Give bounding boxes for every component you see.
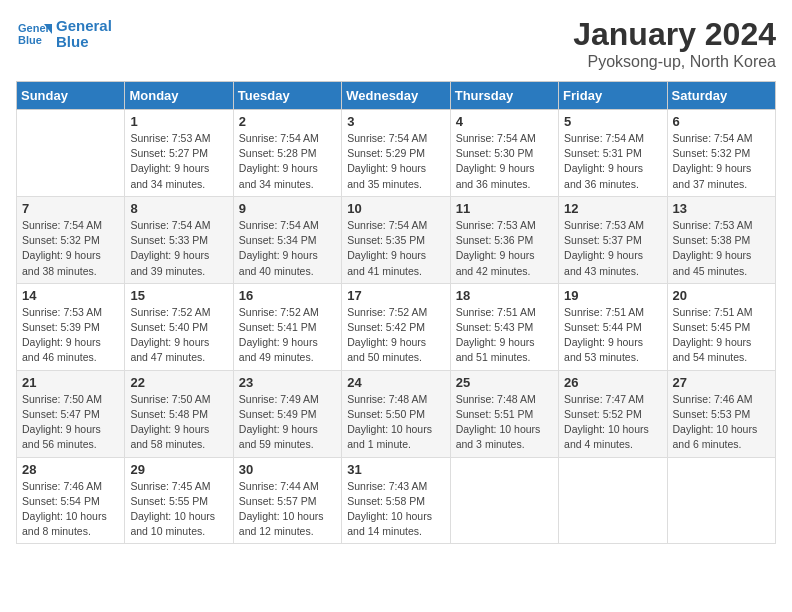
- calendar-cell: 15Sunrise: 7:52 AMSunset: 5:40 PMDayligh…: [125, 283, 233, 370]
- day-number: 4: [456, 114, 553, 129]
- calendar-cell: 24Sunrise: 7:48 AMSunset: 5:50 PMDayligh…: [342, 370, 450, 457]
- day-number: 11: [456, 201, 553, 216]
- day-number: 28: [22, 462, 119, 477]
- day-number: 6: [673, 114, 770, 129]
- day-info: Sunrise: 7:54 AMSunset: 5:29 PMDaylight:…: [347, 131, 444, 192]
- day-info: Sunrise: 7:54 AMSunset: 5:34 PMDaylight:…: [239, 218, 336, 279]
- location-subtitle: Pyoksong-up, North Korea: [573, 53, 776, 71]
- calendar-cell: 23Sunrise: 7:49 AMSunset: 5:49 PMDayligh…: [233, 370, 341, 457]
- day-info: Sunrise: 7:44 AMSunset: 5:57 PMDaylight:…: [239, 479, 336, 540]
- day-number: 9: [239, 201, 336, 216]
- logo-text: GeneralBlue: [56, 18, 112, 51]
- calendar-cell: 22Sunrise: 7:50 AMSunset: 5:48 PMDayligh…: [125, 370, 233, 457]
- calendar-cell: 16Sunrise: 7:52 AMSunset: 5:41 PMDayligh…: [233, 283, 341, 370]
- day-info: Sunrise: 7:47 AMSunset: 5:52 PMDaylight:…: [564, 392, 661, 453]
- day-info: Sunrise: 7:53 AMSunset: 5:38 PMDaylight:…: [673, 218, 770, 279]
- day-info: Sunrise: 7:54 AMSunset: 5:31 PMDaylight:…: [564, 131, 661, 192]
- calendar-cell: 3Sunrise: 7:54 AMSunset: 5:29 PMDaylight…: [342, 110, 450, 197]
- day-of-week-header: Wednesday: [342, 82, 450, 110]
- calendar-week-row: 28Sunrise: 7:46 AMSunset: 5:54 PMDayligh…: [17, 457, 776, 544]
- calendar-cell: 14Sunrise: 7:53 AMSunset: 5:39 PMDayligh…: [17, 283, 125, 370]
- title-block: January 2024 Pyoksong-up, North Korea: [573, 16, 776, 71]
- day-info: Sunrise: 7:54 AMSunset: 5:35 PMDaylight:…: [347, 218, 444, 279]
- calendar-cell: 7Sunrise: 7:54 AMSunset: 5:32 PMDaylight…: [17, 196, 125, 283]
- day-number: 25: [456, 375, 553, 390]
- day-info: Sunrise: 7:53 AMSunset: 5:36 PMDaylight:…: [456, 218, 553, 279]
- calendar-cell: 25Sunrise: 7:48 AMSunset: 5:51 PMDayligh…: [450, 370, 558, 457]
- day-info: Sunrise: 7:46 AMSunset: 5:53 PMDaylight:…: [673, 392, 770, 453]
- day-info: Sunrise: 7:48 AMSunset: 5:50 PMDaylight:…: [347, 392, 444, 453]
- calendar-table: SundayMondayTuesdayWednesdayThursdayFrid…: [16, 81, 776, 544]
- day-number: 27: [673, 375, 770, 390]
- day-of-week-header: Friday: [559, 82, 667, 110]
- calendar-cell: 27Sunrise: 7:46 AMSunset: 5:53 PMDayligh…: [667, 370, 775, 457]
- calendar-cell: 13Sunrise: 7:53 AMSunset: 5:38 PMDayligh…: [667, 196, 775, 283]
- day-number: 31: [347, 462, 444, 477]
- day-info: Sunrise: 7:53 AMSunset: 5:37 PMDaylight:…: [564, 218, 661, 279]
- calendar-cell: 11Sunrise: 7:53 AMSunset: 5:36 PMDayligh…: [450, 196, 558, 283]
- day-of-week-header: Monday: [125, 82, 233, 110]
- day-of-week-header: Saturday: [667, 82, 775, 110]
- day-info: Sunrise: 7:51 AMSunset: 5:45 PMDaylight:…: [673, 305, 770, 366]
- day-info: Sunrise: 7:45 AMSunset: 5:55 PMDaylight:…: [130, 479, 227, 540]
- day-info: Sunrise: 7:52 AMSunset: 5:41 PMDaylight:…: [239, 305, 336, 366]
- day-number: 20: [673, 288, 770, 303]
- day-number: 8: [130, 201, 227, 216]
- calendar-cell: [667, 457, 775, 544]
- calendar-cell: 9Sunrise: 7:54 AMSunset: 5:34 PMDaylight…: [233, 196, 341, 283]
- calendar-cell: 17Sunrise: 7:52 AMSunset: 5:42 PMDayligh…: [342, 283, 450, 370]
- day-info: Sunrise: 7:54 AMSunset: 5:33 PMDaylight:…: [130, 218, 227, 279]
- day-info: Sunrise: 7:54 AMSunset: 5:30 PMDaylight:…: [456, 131, 553, 192]
- day-of-week-header: Sunday: [17, 82, 125, 110]
- day-info: Sunrise: 7:50 AMSunset: 5:47 PMDaylight:…: [22, 392, 119, 453]
- day-number: 21: [22, 375, 119, 390]
- calendar-cell: 10Sunrise: 7:54 AMSunset: 5:35 PMDayligh…: [342, 196, 450, 283]
- calendar-cell: 28Sunrise: 7:46 AMSunset: 5:54 PMDayligh…: [17, 457, 125, 544]
- svg-text:Blue: Blue: [18, 34, 42, 46]
- day-of-week-header: Tuesday: [233, 82, 341, 110]
- month-title: January 2024: [573, 16, 776, 53]
- calendar-cell: 19Sunrise: 7:51 AMSunset: 5:44 PMDayligh…: [559, 283, 667, 370]
- day-info: Sunrise: 7:54 AMSunset: 5:32 PMDaylight:…: [22, 218, 119, 279]
- calendar-cell: 12Sunrise: 7:53 AMSunset: 5:37 PMDayligh…: [559, 196, 667, 283]
- calendar-header: SundayMondayTuesdayWednesdayThursdayFrid…: [17, 82, 776, 110]
- day-info: Sunrise: 7:54 AMSunset: 5:32 PMDaylight:…: [673, 131, 770, 192]
- day-info: Sunrise: 7:52 AMSunset: 5:42 PMDaylight:…: [347, 305, 444, 366]
- day-number: 30: [239, 462, 336, 477]
- day-number: 7: [22, 201, 119, 216]
- calendar-cell: 8Sunrise: 7:54 AMSunset: 5:33 PMDaylight…: [125, 196, 233, 283]
- calendar-cell: 18Sunrise: 7:51 AMSunset: 5:43 PMDayligh…: [450, 283, 558, 370]
- day-info: Sunrise: 7:48 AMSunset: 5:51 PMDaylight:…: [456, 392, 553, 453]
- calendar-cell: [559, 457, 667, 544]
- calendar-cell: [450, 457, 558, 544]
- day-number: 22: [130, 375, 227, 390]
- calendar-week-row: 21Sunrise: 7:50 AMSunset: 5:47 PMDayligh…: [17, 370, 776, 457]
- day-number: 17: [347, 288, 444, 303]
- day-info: Sunrise: 7:43 AMSunset: 5:58 PMDaylight:…: [347, 479, 444, 540]
- calendar-cell: 4Sunrise: 7:54 AMSunset: 5:30 PMDaylight…: [450, 110, 558, 197]
- calendar-week-row: 7Sunrise: 7:54 AMSunset: 5:32 PMDaylight…: [17, 196, 776, 283]
- day-number: 16: [239, 288, 336, 303]
- logo-icon: General Blue: [16, 16, 52, 52]
- logo: General Blue GeneralBlue: [16, 16, 112, 52]
- day-of-week-header: Thursday: [450, 82, 558, 110]
- day-info: Sunrise: 7:52 AMSunset: 5:40 PMDaylight:…: [130, 305, 227, 366]
- calendar-cell: [17, 110, 125, 197]
- day-number: 5: [564, 114, 661, 129]
- day-info: Sunrise: 7:51 AMSunset: 5:44 PMDaylight:…: [564, 305, 661, 366]
- calendar-cell: 20Sunrise: 7:51 AMSunset: 5:45 PMDayligh…: [667, 283, 775, 370]
- page-header: General Blue GeneralBlue January 2024 Py…: [16, 16, 776, 71]
- calendar-body: 1Sunrise: 7:53 AMSunset: 5:27 PMDaylight…: [17, 110, 776, 544]
- day-info: Sunrise: 7:51 AMSunset: 5:43 PMDaylight:…: [456, 305, 553, 366]
- calendar-cell: 30Sunrise: 7:44 AMSunset: 5:57 PMDayligh…: [233, 457, 341, 544]
- calendar-week-row: 1Sunrise: 7:53 AMSunset: 5:27 PMDaylight…: [17, 110, 776, 197]
- day-info: Sunrise: 7:46 AMSunset: 5:54 PMDaylight:…: [22, 479, 119, 540]
- calendar-cell: 6Sunrise: 7:54 AMSunset: 5:32 PMDaylight…: [667, 110, 775, 197]
- calendar-cell: 26Sunrise: 7:47 AMSunset: 5:52 PMDayligh…: [559, 370, 667, 457]
- svg-text:General: General: [18, 22, 52, 34]
- day-number: 12: [564, 201, 661, 216]
- calendar-cell: 5Sunrise: 7:54 AMSunset: 5:31 PMDaylight…: [559, 110, 667, 197]
- day-number: 1: [130, 114, 227, 129]
- day-number: 29: [130, 462, 227, 477]
- calendar-cell: 31Sunrise: 7:43 AMSunset: 5:58 PMDayligh…: [342, 457, 450, 544]
